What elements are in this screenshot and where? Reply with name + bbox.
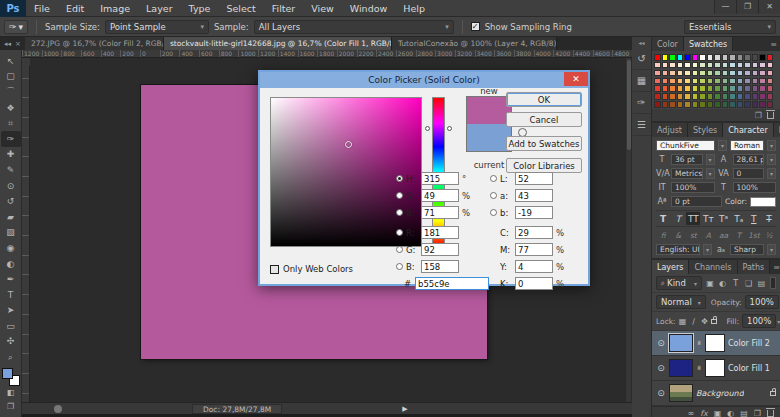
swatch[interactable] [737,54,744,61]
anti-alias-select[interactable]: Sharp [730,244,764,255]
chevron-down-icon[interactable]: ▾ [767,168,776,179]
filter-shape-layers-icon[interactable]: ❏ [744,279,754,288]
swatch[interactable] [729,54,736,61]
menu-item[interactable]: Layer [138,0,181,17]
tool-button[interactable]: ↺ [1,193,21,209]
mask-link-icon[interactable]: ∞ [695,365,703,371]
layer-mask-thumbnail[interactable] [705,359,725,377]
swatch[interactable] [692,54,699,61]
swatch[interactable] [669,93,676,100]
hue-radio[interactable] [396,175,403,182]
tool-button[interactable]: ❖ [1,100,21,116]
dialog-title-bar[interactable]: Color Picker (Solid Color) ✕ [260,72,588,88]
layer-thumbnail[interactable] [669,384,693,402]
baseline-shift-field[interactable]: 0 pt [671,196,722,207]
swatch[interactable] [767,93,774,100]
swatch[interactable] [737,62,744,69]
tool-button[interactable]: ◉ [1,240,21,256]
tool-button[interactable]: ↖ [1,53,21,69]
swatch[interactable] [669,101,676,108]
swatch[interactable] [654,85,661,92]
swatch[interactable] [722,62,729,69]
swatch[interactable] [654,93,661,100]
swatch[interactable] [737,101,744,108]
swatch[interactable] [767,70,774,77]
tool-button[interactable]: ⊙ [1,178,21,194]
ligatures-button[interactable]: fi [656,230,670,241]
swatch[interactable] [699,54,706,61]
menu-item[interactable]: Window [342,0,395,17]
tool-button[interactable]: ✎ [1,162,21,178]
swash-button[interactable]: A [701,230,715,241]
swatch[interactable] [684,85,691,92]
cyan-input[interactable] [515,226,553,239]
layer-thumbnail[interactable] [669,334,693,352]
green-radio[interactable] [396,246,403,253]
swatch[interactable] [744,101,751,108]
kerning-field[interactable]: Metrics [671,168,703,179]
show-sampling-ring-checkbox[interactable]: ✓ [471,22,480,31]
fractions-button[interactable]: ½ [762,230,776,241]
swatch[interactable] [722,101,729,108]
swatch[interactable] [744,70,751,77]
swatch[interactable] [729,101,736,108]
hue-slider-handle[interactable] [447,126,452,131]
swatch[interactable] [684,54,691,61]
collapsed-panel-icon[interactable]: ☰ [633,114,651,136]
faux-italic-button[interactable]: T [671,212,685,225]
swatch[interactable] [654,101,661,108]
swatch[interactable] [729,78,736,85]
swatch[interactable] [662,85,669,92]
tab-paths[interactable]: Paths [738,260,771,274]
swatch[interactable] [669,70,676,77]
visibility-eye-icon[interactable]: ⊙ [656,363,666,373]
tool-button[interactable]: T [1,287,21,303]
ordinals-button[interactable]: 1st [747,230,761,241]
swatch[interactable] [677,70,684,77]
swatch[interactable] [684,62,691,69]
contextual-alternates-button[interactable]: & [671,230,685,241]
lab-b-radio[interactable] [490,209,497,216]
cancel-button[interactable]: Cancel [506,112,582,127]
swatch[interactable] [759,101,766,108]
swatch[interactable] [737,78,744,85]
layer-thumbnail[interactable] [669,359,693,377]
tab-channels[interactable]: Channels [689,260,737,274]
swatch[interactable] [729,70,736,77]
chevron-down-icon[interactable]: ▾ [718,140,727,151]
chevron-down-icon[interactable]: ▾ [706,168,715,179]
swatch[interactable] [767,78,774,85]
swatch[interactable] [707,93,714,100]
font-family-select[interactable]: ChunkFive [656,140,715,151]
swatch[interactable] [692,70,699,77]
swatch[interactable] [699,78,706,85]
swatch[interactable] [707,62,714,69]
visibility-eye-icon[interactable]: ⊙ [656,338,666,348]
swatch[interactable] [707,54,714,61]
brightness-input[interactable] [421,206,459,219]
workspace-select[interactable]: Essentials ▾ [684,20,776,34]
saturation-input[interactable] [421,189,459,202]
lab-l-radio[interactable] [490,175,497,182]
new-group-icon[interactable]: ▤ [740,409,748,417]
tab-swatches[interactable]: Swatches [684,37,733,51]
expand-panels-icon[interactable]: ◂◂ [638,37,644,48]
layer-name[interactable]: Color Fill 2 [728,339,770,348]
swatch[interactable] [699,101,706,108]
swatch[interactable] [714,93,721,100]
menu-item[interactable]: Filter [264,0,304,17]
status-menu-arrow-icon[interactable]: ▶ [402,405,407,413]
lab-b-input[interactable] [515,206,553,219]
layer-row-color-fill-2[interactable]: ⊙ ∞ Color Fill 2 [652,331,780,356]
ok-button[interactable]: OK [506,92,582,107]
blend-mode-select[interactable]: Normal ▾ [656,295,706,309]
swatch[interactable] [744,93,751,100]
lab-a-radio[interactable] [490,192,497,199]
swatch[interactable] [729,93,736,100]
swatch[interactable] [662,62,669,69]
vertical-scale-field[interactable]: 100% [671,182,715,193]
collapsed-panel-icon[interactable]: ▦ [633,70,651,92]
swatch[interactable] [767,85,774,92]
tab-adjustments[interactable]: Adjust [652,123,688,137]
filter-pixel-layers-icon[interactable]: ▣ [705,279,715,288]
